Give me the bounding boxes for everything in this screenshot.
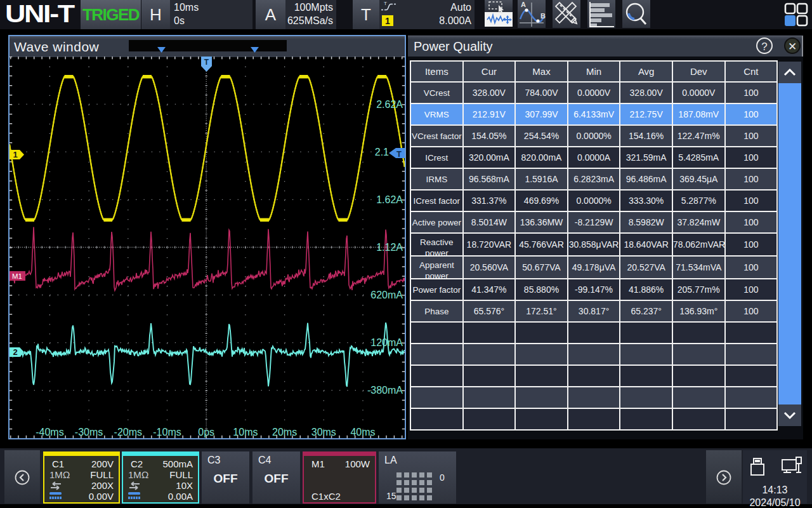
svg-text:0ps: 0ps — [198, 427, 214, 438]
svg-text:1.62A: 1.62A — [376, 194, 403, 205]
svg-text:20ms: 20ms — [272, 427, 297, 438]
svg-text:T: T — [384, 1, 387, 6]
svg-text:1: 1 — [13, 150, 17, 159]
svg-text:30ms: 30ms — [311, 427, 336, 438]
svg-text:2: 2 — [13, 347, 17, 357]
svg-text:B: B — [540, 12, 546, 20]
svg-text:A: A — [521, 1, 526, 8]
svg-text:M1: M1 — [12, 272, 22, 280]
svg-text:10ms: 10ms — [233, 427, 258, 438]
svg-text:T: T — [396, 149, 402, 159]
svg-text:120mA: 120mA — [370, 337, 403, 348]
svg-text:-30ms: -30ms — [75, 427, 103, 438]
svg-text:-20ms: -20ms — [114, 427, 142, 438]
svg-text:40ms: 40ms — [350, 427, 375, 438]
svg-text:2.62A: 2.62A — [376, 99, 403, 110]
svg-text:620mA: 620mA — [370, 290, 403, 300]
svg-text:-380mA: -380mA — [367, 385, 403, 396]
svg-text:1: 1 — [385, 16, 390, 26]
svg-text:-40ms: -40ms — [36, 427, 63, 438]
svg-text:2.1: 2.1 — [375, 147, 389, 157]
svg-text:-10ms: -10ms — [153, 427, 181, 438]
svg-text:1.12A: 1.12A — [376, 242, 403, 253]
svg-text:T: T — [204, 58, 209, 67]
